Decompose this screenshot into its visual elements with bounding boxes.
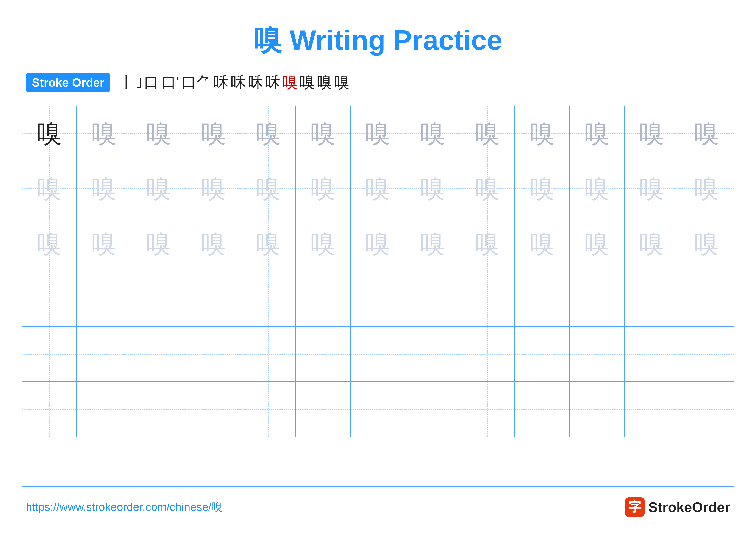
grid-cell[interactable]: [625, 382, 679, 437]
stroke-8: 咊: [248, 72, 263, 93]
grid-cell[interactable]: 嗅: [351, 216, 405, 271]
grid-row: 嗅嗅嗅嗅嗅嗅嗅嗅嗅嗅嗅嗅嗅: [22, 216, 734, 271]
grid-cell[interactable]: [241, 382, 296, 437]
stroke-sequence: 丨 𠃌 口 口' 口⺈ 咊 咊 咊 咊 嗅 嗅 嗅 嗅: [119, 72, 349, 93]
grid-cell[interactable]: [296, 382, 351, 437]
grid-cell[interactable]: 嗅: [460, 106, 515, 161]
grid-cell[interactable]: 嗅: [241, 106, 296, 161]
grid-cell[interactable]: 嗅: [131, 216, 186, 271]
grid-cell[interactable]: [186, 271, 241, 326]
grid-cell[interactable]: [625, 271, 679, 326]
grid-cell[interactable]: 嗅: [405, 216, 460, 271]
grid-cell[interactable]: [77, 271, 131, 326]
grid-cell[interactable]: [570, 327, 625, 381]
grid-cell[interactable]: [351, 382, 405, 437]
grid-cell[interactable]: 嗅: [22, 161, 77, 216]
grid-cell[interactable]: [405, 271, 460, 326]
stroke-5: 口⺈: [181, 72, 211, 93]
grid-cell[interactable]: [515, 327, 570, 381]
stroke-4: 口': [161, 72, 179, 93]
grid-cell[interactable]: [22, 271, 77, 326]
grid-cell[interactable]: [351, 327, 405, 381]
grid-cell[interactable]: [405, 327, 460, 381]
grid-cell[interactable]: 嗅: [296, 216, 351, 271]
grid-cell[interactable]: 嗅: [186, 216, 241, 271]
grid-cell[interactable]: 嗅: [77, 161, 131, 216]
character-0-3: 嗅: [201, 121, 226, 146]
stroke-11: 嗅: [300, 72, 315, 93]
page-title: 嗅 Writing Practice: [254, 21, 502, 60]
grid-cell[interactable]: 嗅: [131, 106, 186, 161]
grid-cell[interactable]: 嗅: [460, 161, 515, 216]
grid-cell[interactable]: 嗅: [241, 216, 296, 271]
grid-cell[interactable]: [679, 327, 734, 381]
grid-cell[interactable]: 嗅: [625, 106, 679, 161]
grid-cell[interactable]: [131, 327, 186, 381]
grid-cell[interactable]: [22, 382, 77, 437]
character-1-2: 嗅: [146, 176, 171, 201]
grid-cell[interactable]: 嗅: [515, 161, 570, 216]
grid-cell[interactable]: 嗅: [679, 216, 734, 271]
grid-cell[interactable]: [625, 327, 679, 381]
grid-cell[interactable]: 嗅: [186, 106, 241, 161]
grid-cell[interactable]: 嗅: [22, 216, 77, 271]
grid-cell[interactable]: 嗅: [241, 161, 296, 216]
character-1-11: 嗅: [639, 176, 664, 201]
grid-cell[interactable]: 嗅: [405, 161, 460, 216]
footer: https://www.strokeorder.com/chinese/嗅 字 …: [21, 497, 735, 517]
grid-cell[interactable]: [131, 271, 186, 326]
grid-cell[interactable]: 嗅: [22, 106, 77, 161]
grid-cell[interactable]: [460, 382, 515, 437]
grid-cell[interactable]: [241, 271, 296, 326]
grid-cell[interactable]: 嗅: [570, 106, 625, 161]
grid-cell[interactable]: [570, 271, 625, 326]
grid-cell[interactable]: 嗅: [570, 161, 625, 216]
character-0-11: 嗅: [639, 121, 664, 146]
grid-cell[interactable]: 嗅: [186, 161, 241, 216]
grid-cell[interactable]: 嗅: [296, 161, 351, 216]
character-2-0: 嗅: [37, 231, 62, 256]
grid-cell[interactable]: [131, 382, 186, 437]
grid-cell[interactable]: [515, 271, 570, 326]
grid-cell[interactable]: 嗅: [625, 161, 679, 216]
stroke-order-row: Stroke Order 丨 𠃌 口 口' 口⺈ 咊 咊 咊 咊 嗅 嗅 嗅 嗅: [21, 72, 735, 93]
grid-cell[interactable]: 嗅: [679, 106, 734, 161]
grid-cell[interactable]: 嗅: [351, 161, 405, 216]
grid-cell[interactable]: 嗅: [405, 106, 460, 161]
grid-cell[interactable]: [22, 327, 77, 381]
grid-cell[interactable]: [351, 271, 405, 326]
grid-cell[interactable]: 嗅: [296, 106, 351, 161]
grid-cell[interactable]: 嗅: [77, 106, 131, 161]
grid-cell[interactable]: 嗅: [460, 216, 515, 271]
grid-cell[interactable]: [77, 327, 131, 381]
grid-cell[interactable]: [679, 382, 734, 437]
grid-row: [22, 382, 734, 437]
grid-cell[interactable]: [296, 271, 351, 326]
grid-cell[interactable]: [460, 271, 515, 326]
grid-cell[interactable]: [186, 382, 241, 437]
grid-cell[interactable]: [515, 382, 570, 437]
grid-cell[interactable]: [570, 382, 625, 437]
grid-row: 嗅嗅嗅嗅嗅嗅嗅嗅嗅嗅嗅嗅嗅: [22, 106, 734, 161]
grid-cell[interactable]: [77, 382, 131, 437]
grid-cell[interactable]: [296, 327, 351, 381]
grid-cell[interactable]: 嗅: [515, 216, 570, 271]
stroke-6: 咊: [214, 72, 229, 93]
character-1-8: 嗅: [475, 176, 500, 201]
grid-cell[interactable]: [186, 327, 241, 381]
grid-cell[interactable]: 嗅: [77, 216, 131, 271]
grid-cell[interactable]: 嗅: [351, 106, 405, 161]
grid-cell[interactable]: 嗅: [570, 216, 625, 271]
grid-cell[interactable]: 嗅: [515, 106, 570, 161]
footer-url[interactable]: https://www.strokeorder.com/chinese/嗅: [26, 499, 223, 515]
character-0-1: 嗅: [92, 121, 116, 146]
grid-cell[interactable]: 嗅: [131, 161, 186, 216]
grid-cell[interactable]: [679, 271, 734, 326]
stroke-7: 咊: [231, 72, 246, 93]
grid-cell[interactable]: 嗅: [679, 161, 734, 216]
grid-cell[interactable]: 嗅: [625, 216, 679, 271]
grid-cell[interactable]: [405, 382, 460, 437]
character-2-2: 嗅: [146, 231, 171, 256]
grid-cell[interactable]: [241, 327, 296, 381]
grid-cell[interactable]: [460, 327, 515, 381]
